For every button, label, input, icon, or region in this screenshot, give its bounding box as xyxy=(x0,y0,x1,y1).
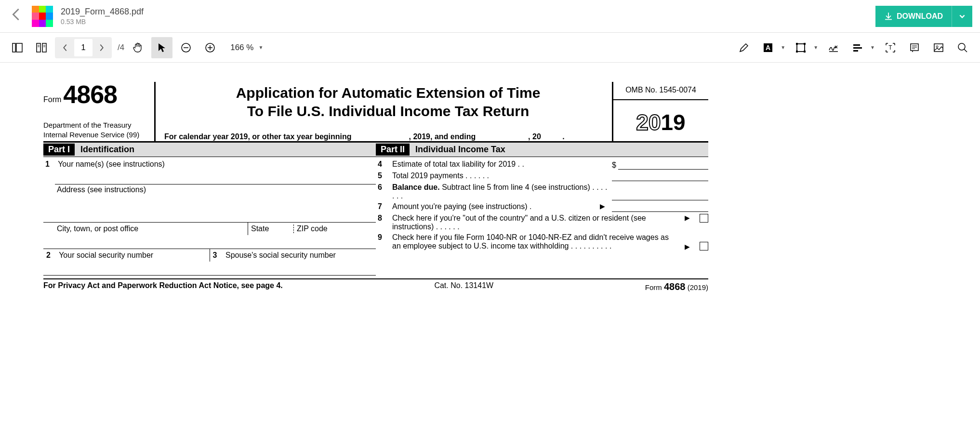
page-total: /4 xyxy=(118,43,124,53)
form-title-line1: Application for Automatic Extension of T… xyxy=(164,84,612,102)
text-box-tool-button[interactable]: T xyxy=(880,37,901,58)
pen-tool-button[interactable] xyxy=(733,37,755,58)
select-tool-button[interactable] xyxy=(151,37,172,58)
svg-rect-18 xyxy=(796,51,798,53)
zoom-dropdown[interactable]: ▼ xyxy=(258,45,263,50)
tax-year: 2019 xyxy=(613,100,708,141)
svg-rect-0 xyxy=(13,43,15,52)
svg-rect-22 xyxy=(853,44,860,46)
svg-rect-15 xyxy=(797,44,805,52)
dept-line-2: Internal Revenue Service (99) xyxy=(43,130,149,140)
line-8-checkbox[interactable] xyxy=(700,214,708,223)
svg-point-32 xyxy=(958,43,965,50)
highlight-tool-button[interactable] xyxy=(847,37,868,58)
svg-rect-16 xyxy=(796,43,798,45)
app-logo[interactable] xyxy=(32,6,53,27)
text-annotation-dropdown[interactable]: ▼ xyxy=(781,45,785,50)
image-tool-button[interactable] xyxy=(928,37,949,58)
next-page-button[interactable] xyxy=(93,38,110,57)
note-tool-button[interactable] xyxy=(904,37,925,58)
zoom-out-button[interactable] xyxy=(175,37,197,58)
city-state-zip: City, town, or post office State ZIP cod… xyxy=(43,223,376,235)
shape-tool-button[interactable] xyxy=(790,37,811,58)
document-viewport[interactable]: Form 4868 Department of the Treasury Int… xyxy=(0,63,980,421)
download-label: DOWNLOAD xyxy=(897,12,943,21)
zoom-in-button[interactable] xyxy=(199,37,221,58)
svg-rect-3 xyxy=(42,43,46,52)
toolbar: /4 166 % ▼ A ▼ ▼ ▼ T xyxy=(0,33,980,63)
zoom-level: 166 % xyxy=(230,43,253,53)
line-7: 7 Amount you're paying (see instructions… xyxy=(378,201,708,213)
line-9-checkbox[interactable] xyxy=(700,242,708,250)
back-button[interactable] xyxy=(8,6,24,26)
page-navigator xyxy=(55,37,112,58)
svg-line-33 xyxy=(964,49,967,52)
footer-notice: For Privacy Act and Paperwork Reduction … xyxy=(43,281,283,292)
line-6: 6 Balance due. Subtract line 5 from line… xyxy=(378,182,708,201)
part2-header: Part II Individual Income Tax xyxy=(376,143,708,157)
svg-rect-1 xyxy=(16,43,22,52)
svg-rect-23 xyxy=(853,47,862,49)
svg-rect-24 xyxy=(853,50,858,52)
pan-tool-button[interactable] xyxy=(127,37,148,58)
svg-rect-19 xyxy=(804,51,806,53)
dept-line-1: Department of the Treasury xyxy=(43,120,149,130)
svg-text:T: T xyxy=(888,44,892,51)
pdf-page: Form 4868 Department of the Treasury Int… xyxy=(43,82,708,292)
sidebar-toggle-button[interactable] xyxy=(7,37,28,58)
text-annotation-button[interactable]: A xyxy=(757,37,779,58)
app-header: 2019_Form_4868.pdf 0.53 MB DOWNLOAD xyxy=(0,0,980,33)
address-label: Address (see instructions) xyxy=(43,184,376,195)
form-header: Form 4868 Department of the Treasury Int… xyxy=(43,82,708,141)
footer-catalog: Cat. No. 13141W xyxy=(434,281,493,292)
form-parts: Part I Identification 1 Your name(s) (se… xyxy=(43,141,708,276)
file-name: 2019_Form_4868.pdf xyxy=(61,7,144,17)
signature-tool-button[interactable] xyxy=(823,37,844,58)
svg-rect-2 xyxy=(37,43,40,52)
line-8: 8 Check here if you're "out of the count… xyxy=(378,213,708,232)
calendar-year-line: For calendar year 2019, or other tax yea… xyxy=(164,132,612,141)
svg-text:A: A xyxy=(766,44,770,52)
svg-point-31 xyxy=(936,46,938,48)
file-info: 2019_Form_4868.pdf 0.53 MB xyxy=(61,7,144,26)
svg-rect-17 xyxy=(804,43,806,45)
line-5: 5 Total 2019 payments . . . . . . xyxy=(378,171,708,182)
line-9: 9 Check here if you file Form 1040-NR or… xyxy=(378,232,708,251)
line-3: 3 Spouse's social security number xyxy=(210,249,376,262)
footer-form-ref: Form 4868 (2019) xyxy=(645,281,708,292)
form-footer: For Privacy Act and Paperwork Reduction … xyxy=(43,278,708,292)
download-button[interactable]: DOWNLOAD xyxy=(875,6,972,27)
prev-page-button[interactable] xyxy=(57,38,73,57)
download-icon xyxy=(884,12,893,21)
form-word: Form xyxy=(43,95,61,104)
shape-dropdown[interactable]: ▼ xyxy=(813,45,818,50)
search-button[interactable] xyxy=(952,37,973,58)
svg-rect-30 xyxy=(934,44,943,52)
line-2: 2 Your social security number xyxy=(43,249,210,262)
form-number: 4868 xyxy=(63,82,117,107)
part1-header: Part I Identification xyxy=(43,143,376,157)
file-size: 0.53 MB xyxy=(61,18,144,26)
omb-number: OMB No. 1545-0074 xyxy=(613,82,708,100)
view-mode-button[interactable] xyxy=(31,37,52,58)
highlight-dropdown[interactable]: ▼ xyxy=(870,45,875,50)
header-left: 2019_Form_4868.pdf 0.53 MB xyxy=(8,6,144,27)
line-1: 1 Your name(s) (see instructions) xyxy=(43,159,376,170)
page-number-input[interactable] xyxy=(74,39,93,56)
line-4: 4 Estimate of total tax liability for 20… xyxy=(378,159,708,171)
download-dropdown[interactable] xyxy=(952,6,972,27)
form-title-line2: To File U.S. Individual Income Tax Retur… xyxy=(164,102,612,120)
